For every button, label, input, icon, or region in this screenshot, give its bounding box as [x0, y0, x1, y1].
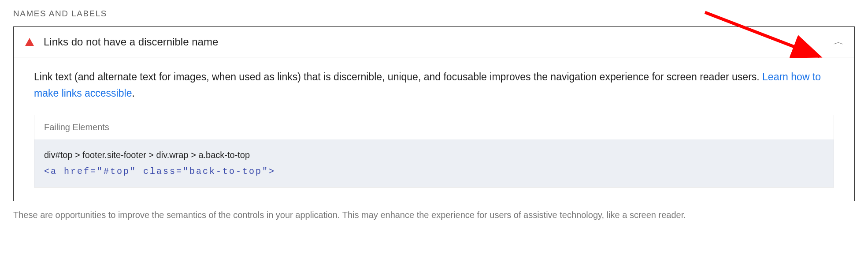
- failing-selector-path: div#top > footer.site-footer > div.wrap …: [44, 147, 824, 162]
- chevron-up-icon[interactable]: ︿: [833, 37, 844, 47]
- audit-panel: Links do not have a discernible name ︿ L…: [13, 26, 855, 201]
- description-period: .: [132, 87, 134, 99]
- audit-header-row[interactable]: Links do not have a discernible name ︿: [14, 27, 854, 57]
- section-header: NAMES AND LABELS: [13, 9, 855, 19]
- section-footer-note: These are opportunities to improve the s…: [13, 208, 855, 222]
- audit-title: Links do not have a discernible name: [44, 36, 835, 48]
- description-text: Link text (and alternate text for images…: [34, 71, 762, 83]
- failing-elements-box: Failing Elements div#top > footer.site-f…: [34, 115, 834, 188]
- audit-description: Link text (and alternate text for images…: [34, 69, 834, 101]
- warning-triangle-icon: [25, 38, 34, 46]
- audit-body: Link text (and alternate text for images…: [14, 57, 854, 201]
- failing-code-snippet: <a href="#top" class="back-to-top">: [44, 164, 824, 179]
- failing-elements-header: Failing Elements: [34, 115, 834, 139]
- failing-elements-content: div#top > footer.site-footer > div.wrap …: [34, 139, 834, 187]
